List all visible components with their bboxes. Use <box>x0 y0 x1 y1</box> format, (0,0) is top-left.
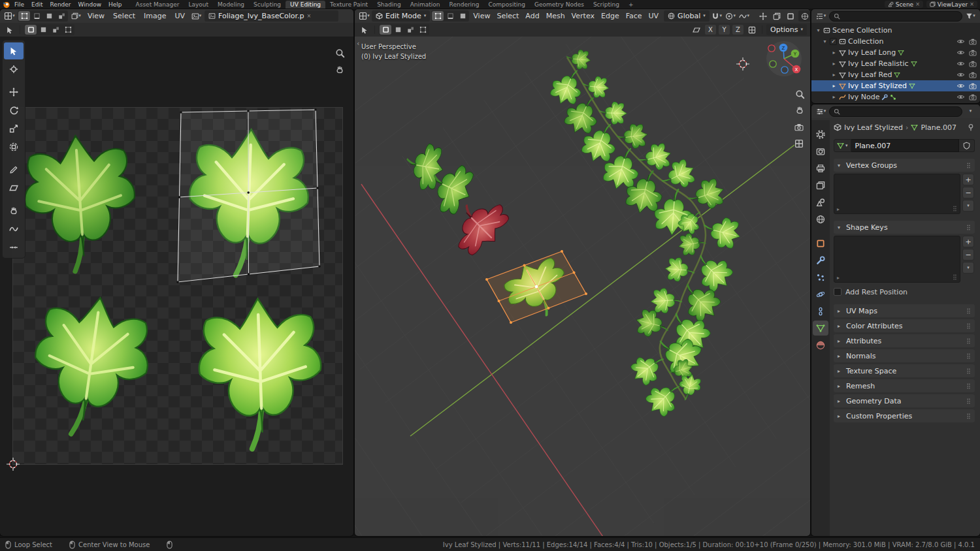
snap-grid-icon[interactable] <box>745 24 758 35</box>
disclosure-icon[interactable]: ▸ <box>831 50 837 55</box>
uv-sticky-mode-button[interactable]: ▾ <box>70 10 82 22</box>
image-datablock-field[interactable]: Foliage_Ivy_BaseColor.p × <box>204 10 338 22</box>
vp-select-op-intersect[interactable] <box>417 25 429 35</box>
list-grip-icon[interactable] <box>953 205 957 212</box>
outliner-item-ivy-leaf-stylized[interactable]: ▸ Ivy Leaf Stylized <box>811 80 980 91</box>
view-layer-unlink-icon[interactable]: × <box>970 1 974 7</box>
disclosure-icon[interactable]: ▾ <box>815 27 821 33</box>
disable-render-camera-icon[interactable] <box>969 72 977 78</box>
vp-menu-edge[interactable]: Edge <box>598 11 622 21</box>
add-rest-position-checkbox[interactable] <box>834 288 841 296</box>
disable-render-camera-icon[interactable] <box>969 94 977 101</box>
disclosure-icon[interactable]: ▸ <box>831 83 837 89</box>
select-mode-edge-button[interactable] <box>444 11 456 21</box>
uv-menu-select[interactable]: Select <box>110 11 139 21</box>
shape-key-remove-button[interactable]: − <box>962 249 974 260</box>
uv-menu-uv[interactable]: UV <box>172 11 189 21</box>
uv-select-vertex-button[interactable] <box>18 11 30 21</box>
select-mode-face-button[interactable] <box>457 11 468 21</box>
shading-wireframe-button[interactable] <box>799 11 810 21</box>
mirror-y-toggle[interactable]: Y <box>719 25 730 35</box>
breadcrumb-data[interactable]: Plane.007 <box>921 123 956 132</box>
hide-viewport-eye-icon[interactable] <box>956 94 965 100</box>
tool-tweak-select[interactable] <box>4 42 24 59</box>
tab-scene[interactable] <box>813 195 828 210</box>
shape-key-add-button[interactable]: + <box>962 236 974 247</box>
tab-tool[interactable] <box>813 127 828 142</box>
workspace-add-button[interactable]: + <box>624 1 638 8</box>
tool-annotate[interactable] <box>4 161 24 178</box>
workspace-tab-modeling[interactable]: Modeling <box>213 1 249 8</box>
panel-grip-icon[interactable] <box>966 162 971 169</box>
disable-render-camera-icon[interactable] <box>969 50 977 56</box>
vp-select-op-subtract[interactable] <box>404 25 416 35</box>
mesh-name-field[interactable]: Plane.007 <box>851 139 959 152</box>
show-gizmo-toggle[interactable] <box>757 10 770 22</box>
vp-active-tool-icon[interactable] <box>358 24 370 35</box>
disclosure-icon[interactable]: ▸ <box>831 61 837 67</box>
panel-uv-maps[interactable]: ▸UV Maps <box>834 304 975 317</box>
tool-rotate[interactable] <box>4 102 24 119</box>
vertex-groups-list[interactable]: ▸ <box>834 174 960 214</box>
disclosure-icon[interactable]: ▾ <box>822 39 828 44</box>
scene-selector[interactable]: Scene × <box>885 1 923 8</box>
disclosure-icon[interactable]: ▸ <box>831 94 837 100</box>
tool-scale[interactable] <box>4 120 24 137</box>
list-grip-icon[interactable] <box>953 274 957 281</box>
tab-constraints[interactable] <box>813 304 828 319</box>
workspace-tab-scripting[interactable]: Scripting <box>589 1 624 8</box>
disable-render-camera-icon[interactable] <box>969 83 977 89</box>
tab-object-data[interactable] <box>813 321 828 336</box>
panel-custom-properties[interactable]: ▸Custom Properties <box>834 409 975 422</box>
vertex-group-remove-button[interactable]: − <box>962 187 974 198</box>
uv-select-op-invert[interactable] <box>62 25 74 35</box>
outliner-filter-button[interactable]: ▾ <box>964 10 977 22</box>
hide-viewport-eye-icon[interactable] <box>956 83 965 89</box>
options-dropdown[interactable]: Options▾ <box>766 24 807 35</box>
fake-user-shield-button[interactable] <box>959 139 975 152</box>
transform-orientation-dropdown[interactable]: Global▾ <box>664 10 710 22</box>
workspace-tab-geometry-nodes[interactable]: Geometry Nodes <box>530 1 589 8</box>
hide-viewport-eye-icon[interactable] <box>956 50 965 55</box>
menu-edit[interactable]: Edit <box>28 1 46 8</box>
tool-relax[interactable] <box>4 221 24 238</box>
tool-shear[interactable] <box>4 180 24 197</box>
panel-texture-space[interactable]: ▸Texture Space <box>834 364 975 377</box>
panel-normals[interactable]: ▸Normals <box>834 349 975 362</box>
menu-help[interactable]: Help <box>105 1 125 8</box>
view-layer-selector[interactable]: ViewLayer × <box>926 1 977 8</box>
image-unlink-icon[interactable]: × <box>307 13 312 19</box>
xray-toggle[interactable] <box>785 10 797 22</box>
panel-remesh[interactable]: ▸Remesh <box>834 379 975 392</box>
tab-world[interactable] <box>813 212 828 227</box>
workspace-tab-asset-manager[interactable]: Asset Manager <box>131 1 184 8</box>
tab-view-layer[interactable] <box>813 178 828 193</box>
disable-render-camera-icon[interactable] <box>969 61 977 67</box>
vp-camera-view-icon[interactable] <box>795 124 803 131</box>
properties-filter-button[interactable]: ▾ <box>964 106 977 117</box>
panel-attributes[interactable]: ▸Attributes <box>834 334 975 347</box>
menu-window[interactable]: Window <box>75 1 105 8</box>
panel-grip-icon[interactable] <box>966 383 971 390</box>
outliner-search-input[interactable] <box>829 11 962 22</box>
panel-vertex-groups[interactable]: ▾Vertex Groups <box>834 159 975 172</box>
vp-menu-vertex[interactable]: Vertex <box>569 11 597 21</box>
tool-move[interactable] <box>4 84 24 101</box>
editor-type-properties-button[interactable]: ▾ <box>815 106 827 117</box>
panel-color-attributes[interactable]: ▸Color Attributes <box>834 319 975 332</box>
uv-select-op-extend[interactable] <box>37 25 49 35</box>
tab-modifiers[interactable] <box>813 253 828 268</box>
workspace-tab-compositing[interactable]: Compositing <box>484 1 530 8</box>
panel-grip-icon[interactable] <box>966 398 971 405</box>
vp-select-op-extend[interactable] <box>392 25 404 35</box>
outliner-row-collection[interactable]: ▾ ✓ Collection <box>811 36 980 47</box>
browse-image-button[interactable]: ▾ <box>190 10 203 22</box>
vp-menu-mesh[interactable]: Mesh <box>544 11 568 21</box>
outliner-item-ivy-leaf-red[interactable]: ▸ Ivy Leaf Red <box>811 69 980 80</box>
snap-toggle[interactable]: ▾ <box>711 10 723 22</box>
tool-cursor[interactable] <box>4 61 24 78</box>
vp-menu-uv[interactable]: UV <box>646 11 662 21</box>
vp-menu-view[interactable]: View <box>470 11 493 21</box>
menu-file[interactable]: File <box>11 1 27 8</box>
uv-canvas[interactable] <box>0 37 353 536</box>
